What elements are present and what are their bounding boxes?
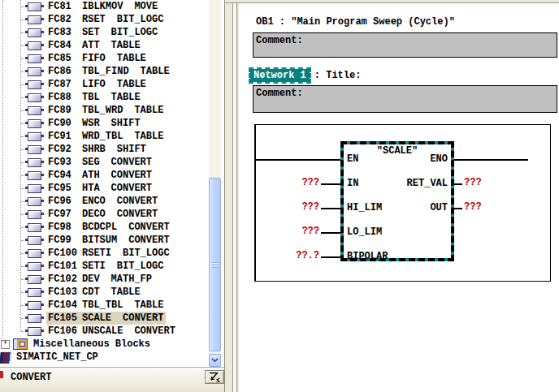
tree-row-block[interactable]: FC88TBLTABLE	[0, 91, 208, 104]
tree-row-block[interactable]: FC86TBL_FINDTABLE	[0, 65, 208, 78]
output-operand-row	[454, 153, 552, 178]
output-operand-row: ???	[454, 178, 552, 202]
block-name: SHRB	[82, 144, 106, 155]
tree-row-block[interactable]: FC103CDTTABLE	[0, 286, 208, 299]
block-name: ENCO	[82, 196, 106, 207]
tree-row-block[interactable]: FC90WSRSHIFT	[0, 117, 208, 130]
block-row-text: FC95HTACONVERT	[46, 182, 154, 195]
tree-row-block[interactable]: FC104TBL_TBLTABLE	[0, 299, 208, 312]
block-family: TABLE	[111, 40, 141, 51]
block-id: FC82	[48, 14, 82, 25]
block-row-text: FC91WRD_TBLTABLE	[46, 130, 166, 143]
tree-row-block[interactable]: FC81IBLKMOVMOVE	[0, 0, 208, 13]
block-id: FC101	[48, 261, 82, 272]
block-id: FC92	[48, 144, 82, 155]
block-name: RSETI	[82, 248, 111, 259]
operand-placeholder[interactable]: ???	[301, 202, 319, 213]
tree-row-block[interactable]: FC85FIFOTABLE	[0, 52, 208, 65]
tree-row-block[interactable]: FC94ATHCONVERT	[0, 169, 208, 182]
tree-row-misc-blocks[interactable]: + Miscellaneous Blocks	[0, 338, 208, 351]
block-name: UNSCALE	[82, 325, 123, 337]
block-family: CONVERT	[117, 209, 158, 220]
chevron-down-icon	[211, 358, 219, 363]
network-header: Network 1 : Title:	[250, 69, 361, 82]
tree-row-block[interactable]: FC96ENCOCONVERT	[0, 195, 208, 208]
tree-row-block[interactable]: FC100RSETIBIT_LOGC	[0, 247, 208, 260]
output-pin-label: ENO	[407, 153, 448, 178]
block-name: TBL_WRD	[82, 105, 123, 116]
block-row-text: FC87LIFOTABLE	[46, 78, 149, 91]
tree-row-block[interactable]: FC93SEGCONVERT	[0, 156, 208, 169]
pane-splitter[interactable]	[225, 0, 239, 392]
operand-placeholder[interactable]: ???	[301, 178, 319, 188]
function-block-icon	[28, 288, 41, 297]
tree-row-simatic-net-cp[interactable]: SIMATIC_NET_CP	[0, 351, 208, 364]
block-family: CONVERT	[111, 157, 152, 168]
function-block-icon	[28, 132, 41, 141]
tree-row-block[interactable]: FC84ATTTABLE	[0, 39, 208, 52]
tree-row-block[interactable]: FC99BITSUMCONVERT	[0, 234, 208, 247]
tree-row-block[interactable]: FC89TBL_WRDTABLE	[0, 104, 208, 117]
block-id: FC85	[48, 53, 82, 64]
block-row-text: FC106UNSCALECONVERT	[46, 325, 178, 338]
network-badge[interactable]: Network 1	[250, 69, 310, 82]
block-row-text: FC99BITSUMCONVERT	[46, 234, 172, 247]
block-row-text: FC94ATHCONVERT	[46, 169, 154, 182]
block-id: FC83	[48, 27, 82, 38]
tree-row-block[interactable]: FC105SCALECONVERT	[0, 312, 208, 325]
network-title-label[interactable]: : Title:	[313, 70, 362, 81]
operand-placeholder[interactable]: ???	[464, 178, 482, 188]
scrollbar-thumb[interactable]	[209, 178, 221, 351]
ob1-comment-field[interactable]: Comment:	[253, 32, 557, 58]
scrollbar-grip	[212, 262, 219, 268]
block-family: CONVERT	[111, 170, 152, 181]
tree-row-block[interactable]: FC87LIFOTABLE	[0, 78, 208, 91]
tree-row-block[interactable]: FC101SETIBIT_LOGC	[0, 260, 208, 273]
block-input-pin-labels: EN IN HI_LIM LO_LIM BIPOLAR	[347, 153, 388, 275]
network-comment-field[interactable]: Comment:	[253, 85, 557, 113]
block-id: FC103	[48, 286, 82, 298]
tree-row-block[interactable]: FC102DEVMATH_FP	[0, 273, 208, 286]
block-family: TABLE	[117, 79, 146, 90]
block-row-text: FC96ENCOCONVERT	[46, 195, 160, 208]
function-block-icon	[28, 67, 41, 76]
tree-row-block[interactable]: FC83SETBIT_LOGC	[0, 26, 208, 39]
function-block-icon	[28, 197, 41, 206]
network-canvas[interactable]: "SCALE" EN IN HI_LIM LO_LIM BIPOLAR ENO	[254, 124, 551, 282]
block-row-text: FC92SHRBSHIFT	[46, 143, 149, 156]
operand-placeholder[interactable]: ??.?	[296, 251, 319, 261]
input-operand-row: ???	[256, 202, 340, 226]
pin-connector-line	[454, 183, 462, 185]
tree-row-block[interactable]: FC106UNSCALECONVERT	[0, 325, 208, 338]
scrollbar-down-button[interactable]	[209, 354, 221, 367]
tree-row-block[interactable]: FC92SHRBSHIFT	[0, 143, 208, 156]
block-id: FC100	[48, 248, 82, 259]
block-family: CONVERT	[134, 325, 175, 337]
tree-row-block[interactable]: FC98BCDCPLCONVERT	[0, 221, 208, 234]
input-operand-row: ???	[256, 226, 340, 251]
selected-family-text: CONVERT	[11, 372, 51, 383]
overview-toggle-button[interactable]	[205, 370, 224, 384]
block-row-text: FC98BCDCPLCONVERT	[46, 221, 172, 234]
tree-row-block[interactable]: FC82RSETBIT_LOGC	[0, 13, 208, 26]
tree-row-block[interactable]: FC91WRD_TBLTABLE	[0, 130, 208, 143]
tree-scrollbar[interactable]	[209, 0, 221, 367]
collapse-pane-icon	[208, 372, 221, 382]
block-id: FC90	[48, 118, 82, 129]
block-row-text: FC89TBL_WRDTABLE	[46, 104, 166, 117]
tree-row-block[interactable]: FC97DECOCONVERT	[0, 208, 208, 221]
scale-block[interactable]: "SCALE" EN IN HI_LIM LO_LIM BIPOLAR ENO	[340, 141, 454, 261]
tree-row-block[interactable]: FC95HTACONVERT	[0, 182, 208, 195]
operand-placeholder[interactable]: ???	[464, 202, 482, 213]
expand-plus-icon[interactable]: +	[1, 340, 10, 349]
block-id: FC81	[48, 1, 82, 12]
block-id: FC89	[48, 105, 82, 116]
operand-placeholder[interactable]: ???	[301, 226, 319, 237]
function-block-icon	[28, 80, 41, 89]
folder-label: Miscellaneous Blocks	[32, 338, 153, 351]
block-name: CDT	[82, 286, 100, 298]
pin-connector-line	[321, 159, 340, 161]
block-name: IBLKMOV	[82, 1, 123, 12]
function-block-icon	[28, 158, 41, 167]
block-family: SHIFT	[117, 144, 146, 155]
